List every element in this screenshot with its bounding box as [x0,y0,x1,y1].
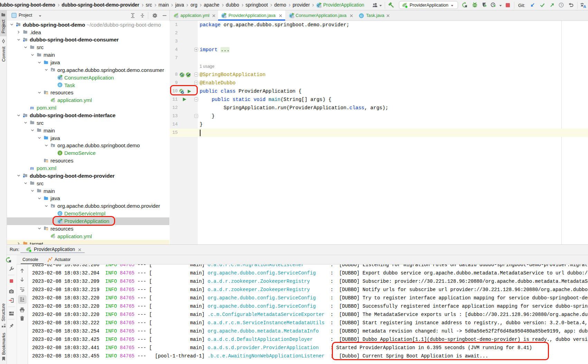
svg-text:A: A [584,4,586,8]
svg-text:m: m [30,166,34,171]
svg-text:C: C [59,212,61,215]
svg-text:C: C [360,14,363,18]
svg-text:I: I [59,151,60,155]
